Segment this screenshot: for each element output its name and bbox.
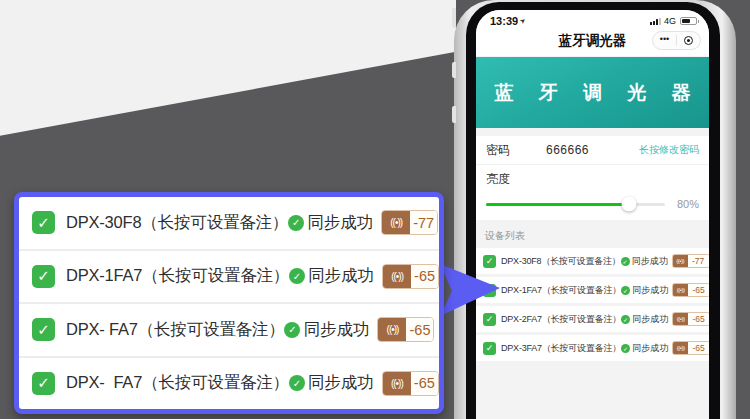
slider-knob[interactable]: [622, 197, 637, 212]
background-wedge: [0, 0, 456, 140]
device-name: DPX-3FA7（长按可设置备注）: [501, 342, 621, 355]
sync-check-icon: ✓: [288, 215, 304, 231]
device-checkbox[interactable]: ✓: [32, 265, 55, 288]
status-bar: 13:39 ➤ 4G: [476, 10, 709, 28]
sync-check-icon: ✓: [284, 322, 300, 338]
broadcast-icon: ((•)): [673, 255, 688, 267]
rssi-badge: ((•)) -65: [672, 341, 709, 355]
device-name: DPX-30F8（长按可设置备注）: [66, 212, 288, 234]
location-arrow-icon: ➤: [518, 16, 528, 26]
sync-status: 同步成功: [632, 284, 668, 297]
device-checkbox[interactable]: ✓: [32, 372, 55, 395]
sync-status: 同步成功: [308, 265, 374, 287]
device-row[interactable]: ✓ DPX- FA7（长按可设置备注） ✓ 同步成功 ((•)) -65: [19, 356, 439, 410]
device-name: DPX-2FA7（长按可设置备注）: [501, 313, 621, 326]
broadcast-icon: ((•)): [383, 265, 411, 288]
password-row: 密码 666666 长按修改密码: [476, 136, 709, 164]
sync-check-icon: ✓: [621, 315, 630, 324]
sync-status: 同步成功: [632, 255, 668, 268]
phone-mute-switch: [452, 8, 456, 28]
cellular-signal-icon: [650, 17, 661, 25]
rssi-value: -65: [411, 372, 438, 395]
device-name: DPX- FA7（长按可设置备注）: [66, 319, 284, 341]
banner-title: 蓝 牙 调 光 器: [484, 80, 700, 106]
device-checkbox[interactable]: ✓: [483, 313, 496, 326]
broadcast-icon: ((•)): [673, 342, 688, 354]
broadcast-icon: ((•)): [378, 318, 406, 341]
sync-status: 同步成功: [632, 313, 668, 326]
device-list: ✓ DPX-30F8（长按可设置备注） ✓ 同步成功 ((•)) -77 ✓ D…: [476, 248, 709, 361]
device-row[interactable]: ✓ DPX-2FA7（长按可设置备注） ✓ 同步成功 ((•)) -65: [476, 306, 709, 332]
rssi-value: -77: [410, 211, 437, 234]
password-value: 666666: [546, 143, 589, 157]
exit-button[interactable]: [677, 32, 700, 49]
sync-status: 同步成功: [632, 342, 668, 355]
slider-fill: [486, 203, 629, 206]
rssi-badge: ((•)) -65: [377, 317, 434, 342]
password-label: 密码: [486, 142, 510, 159]
network-type: 4G: [664, 16, 676, 26]
rssi-value: -65: [688, 313, 709, 325]
app-banner: 蓝 牙 调 光 器: [476, 57, 709, 128]
exit-circle-icon: [684, 36, 694, 46]
rssi-value: -77: [688, 255, 709, 267]
more-icon: •••: [660, 35, 669, 47]
miniprogram-capsule: •••: [652, 31, 701, 50]
sync-check-icon: ✓: [621, 344, 630, 353]
device-checkbox[interactable]: ✓: [483, 342, 496, 355]
sync-status: 同步成功: [308, 372, 374, 394]
rssi-value: -65: [406, 318, 433, 341]
phone-screen: 13:39 ➤ 4G 蓝牙调光器: [476, 10, 709, 419]
broadcast-icon: ((•)): [382, 211, 410, 234]
brightness-label: 亮度: [486, 171, 699, 188]
rssi-value: -65: [688, 284, 709, 296]
battery-icon: [680, 17, 697, 26]
rssi-badge: ((•)) -65: [672, 283, 709, 297]
phone-mockup: 13:39 ➤ 4G 蓝牙调光器: [454, 0, 736, 419]
change-password-link[interactable]: 长按修改密码: [639, 143, 699, 157]
rssi-badge: ((•)) -65: [382, 264, 439, 289]
device-name: DPX-30F8（长按可设置备注）: [501, 255, 621, 268]
sync-check-icon: ✓: [621, 286, 630, 295]
rssi-value: -65: [411, 265, 438, 288]
sync-check-icon: ✓: [621, 257, 630, 266]
rssi-badge: ((•)) -65: [672, 312, 709, 326]
device-name: DPX-1FA7（长按可设置备注）: [66, 265, 289, 287]
device-row[interactable]: ✓ DPX- FA7（长按可设置备注） ✓ 同步成功 ((•)) -65: [19, 302, 439, 356]
status-and-nav: 13:39 ➤ 4G 蓝牙调光器: [476, 10, 709, 56]
device-checkbox[interactable]: ✓: [32, 211, 55, 234]
device-checkbox[interactable]: ✓: [32, 318, 55, 341]
rssi-badge: ((•)) -65: [382, 371, 439, 396]
device-name: DPX- FA7（长按可设置备注）: [66, 372, 289, 394]
device-row[interactable]: ✓ DPX-30F8（长按可设置备注） ✓ 同步成功 ((•)) -77: [476, 248, 709, 274]
zoom-callout-panel: ✓ DPX-30F8（长按可设置备注） ✓ 同步成功 ((•)) -77 ✓ D…: [14, 192, 444, 414]
clock: 13:39: [490, 15, 518, 27]
phone-volume-down-button: [452, 106, 456, 123]
rssi-badge: ((•)) -77: [381, 210, 438, 235]
sync-status: 同步成功: [303, 319, 369, 341]
device-row[interactable]: ✓ DPX-3FA7（长按可设置备注） ✓ 同步成功 ((•)) -65: [476, 335, 709, 361]
sync-check-icon: ✓: [289, 375, 305, 391]
device-row[interactable]: ✓ DPX-30F8（长按可设置备注） ✓ 同步成功 ((•)) -77: [19, 197, 439, 249]
sync-check-icon: ✓: [289, 268, 305, 284]
device-list-header: 设备列表: [476, 220, 709, 248]
brightness-section: 亮度 80%: [476, 164, 709, 220]
brightness-slider[interactable]: [486, 203, 665, 206]
more-menu-button[interactable]: •••: [653, 32, 676, 49]
sync-status: 同步成功: [307, 212, 373, 234]
rssi-value: -65: [688, 342, 709, 354]
device-row[interactable]: ✓ DPX-1FA7（长按可设置备注） ✓ 同步成功 ((•)) -65: [476, 277, 709, 303]
device-checkbox[interactable]: ✓: [483, 255, 496, 268]
phone-volume-up-button: [452, 62, 456, 78]
screenshot-scene: 13:39 ➤ 4G 蓝牙调光器: [0, 0, 750, 419]
nav-bar: 蓝牙调光器 •••: [476, 28, 709, 54]
device-name: DPX-1FA7（长按可设置备注）: [501, 284, 621, 297]
broadcast-icon: ((•)): [673, 313, 688, 325]
broadcast-icon: ((•)): [673, 284, 688, 296]
device-row[interactable]: ✓ DPX-1FA7（长按可设置备注） ✓ 同步成功 ((•)) -65: [19, 249, 439, 303]
rssi-badge: ((•)) -77: [672, 254, 709, 268]
brightness-percent: 80%: [677, 198, 699, 210]
broadcast-icon: ((•)): [383, 372, 411, 395]
